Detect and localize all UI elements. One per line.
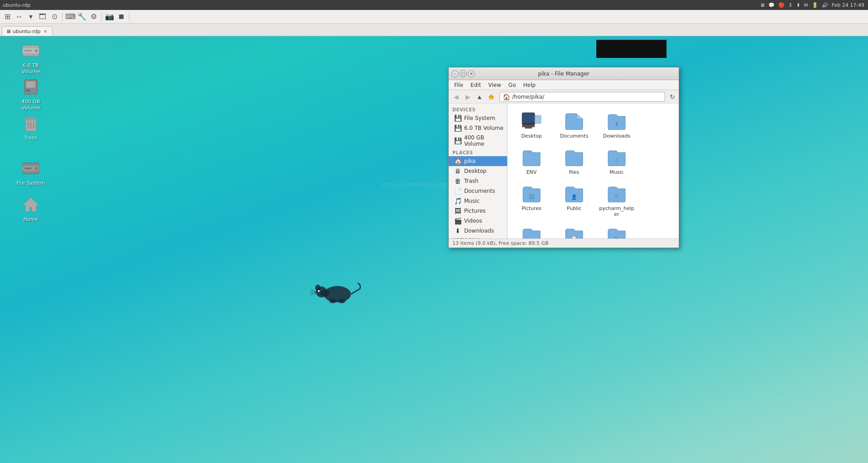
fm-close-btn[interactable]: ✕ [468,70,475,77]
tab-bar: 🖥 ubuntu-rdp ✕ [0,24,868,36]
file-item-env[interactable]: ENV [511,143,552,178]
toolbar-btn-tool[interactable]: 🔧 [77,11,87,22]
toolbar-btn-dropdown[interactable]: ▾ [25,11,36,22]
toolbar-sep-2 [101,12,102,21]
fm-menu-go[interactable]: Go [505,81,520,89]
tray-icon-6[interactable]: ✉ [803,2,809,8]
svg-rect-16 [24,167,32,169]
fm-menu-help[interactable]: Help [519,81,539,89]
desktop-icon-trash[interactable]: Trash [13,112,49,141]
toolbar-btn-gear[interactable]: ⚙ [88,11,99,22]
fm-maximize-btn[interactable]: □ [460,70,467,77]
sidebar-item-filesystem[interactable]: 💾 File System [449,113,507,123]
file-icon-pycharm: ⚙ [606,182,628,204]
file-item-sysreinstall[interactable]: SysReinstall [511,222,552,239]
file-item-pictures[interactable]: 🖼 Pictures [511,180,552,220]
home-icon [20,194,42,215]
fm-sidebar: DEVICES 💾 File System 💾 6.0 TB Volume 💾 … [449,104,508,239]
sidebar-item-pictures[interactable]: 🖼 Pictures [449,206,507,216]
file-item-videos[interactable]: ▶ Videos [596,222,637,239]
sidebar-item-desktop[interactable]: 🖥 Desktop [449,166,507,176]
file-item-pycharm[interactable]: ⚙ pycharm_helper [596,180,637,220]
toolbar-btn-3[interactable]: 🗔 [37,11,48,22]
tray-icon-2[interactable]: 💬 [767,2,776,8]
tab-icon: 🖥 [6,29,11,34]
file-item-desktop[interactable]: Desktop [511,107,552,142]
toolbar-btn-2[interactable]: ↔ [14,11,24,22]
fm-up-btn[interactable]: ▲ [474,91,485,102]
sidebar-downloads-icon: ⬇ [454,227,461,234]
tray-icon-battery[interactable]: 🔋 [811,2,819,8]
desktop-icon-400gb[interactable]: 400 GBVolume [13,76,49,112]
fm-menu-edit[interactable]: Edit [467,81,484,89]
fm-forward-btn[interactable]: ▶ [462,91,473,102]
toolbar-btn-keyboard[interactable]: ⌨ [65,11,76,22]
sidebar-item-downloads[interactable]: ⬇ Downloads [449,226,507,236]
toolbar-btn-4[interactable]: ⊙ [49,11,60,22]
fm-statusbar: 13 items (9.0 kB), Free space: 89.5 GB [449,239,679,248]
sidebar-item-music[interactable]: 🎵 Music [449,196,507,206]
fm-menu-file[interactable]: File [451,81,467,89]
disk-6tb-label: 6.0 TBVolume [22,62,40,76]
tab-close-btn[interactable]: ✕ [42,28,48,34]
file-name-downloads: Downloads [603,133,630,139]
sidebar-item-400gb[interactable]: 💾 400 GB Volume [449,133,507,148]
svg-text:▶: ▶ [615,235,619,239]
sidebar-item-6tb[interactable]: 💾 6.0 TB Volume [449,123,507,133]
sidebar-item-trash[interactable]: 🗑 Trash [449,176,507,186]
topbar-right: 🖥 💬 🔴 ↕ ⬆ ✉ 🔋 🔊 Feb 24 17:49 [759,2,865,8]
file-item-music[interactable]: ♪ Music [596,143,637,178]
svg-point-21 [315,285,321,291]
file-item-templates[interactable]: 📋 Templates [554,222,595,239]
desktop-icon-filesystem[interactable]: File System [13,158,49,186]
file-name-public: Public [567,205,582,211]
sidebar-item-documents[interactable]: 📄 Documents [449,186,507,196]
fm-status-text: 13 items (9.0 kB), Free space: 89.5 GB [452,240,548,246]
svg-rect-31 [523,114,534,123]
toolbar-btn-stop[interactable]: ⏹ [116,11,127,22]
sidebar-item-pika[interactable]: 🏠 pika [449,156,507,166]
tray-icon-5[interactable]: ⬆ [795,2,801,8]
svg-rect-3 [24,50,32,52]
svg-point-2 [35,49,38,52]
svg-marker-17 [23,197,39,212]
file-item-public[interactable]: 👤 Public [554,180,595,220]
home-label: Home [24,216,38,223]
fm-addressbar[interactable]: 🏠 /home/pika/ [499,92,665,102]
sidebar-400gb-icon: 💾 [454,137,461,144]
toolbar-btn-screenshot[interactable]: 📷 [104,11,115,22]
file-item-downloads[interactable]: ⬇ Downloads [596,107,637,142]
sidebar-documents-icon: 📄 [454,187,461,195]
tray-icon-volume[interactable]: 🔊 [821,2,829,8]
fm-address-text: /home/pika/ [512,94,544,100]
tab-ubuntu-rdp[interactable]: 🖥 ubuntu-rdp ✕ [2,26,53,36]
sidebar-item-videos[interactable]: 🎬 Videos [449,216,507,226]
fm-titlebar: – □ ✕ pika - File Manager [449,67,679,80]
filesystem-icon [20,158,42,179]
svg-point-27 [329,299,336,303]
tray-icon-3[interactable]: 🔴 [777,2,786,8]
sidebar-desktop-label: Desktop [464,168,487,174]
toolbar-btn-1[interactable]: ⊞ [2,11,13,22]
desktop-icon-6tb[interactable]: 6.0 TBVolume [13,40,49,76]
fm-menu-view[interactable]: View [484,81,504,89]
file-item-files[interactable]: files [554,143,595,178]
svg-text:⚙: ⚙ [615,194,619,199]
fm-home-nav-btn[interactable] [486,91,497,102]
svg-rect-5 [26,81,35,88]
svg-rect-32 [522,125,535,127]
fm-toolbar: ◀ ▶ ▲ 🏠 /home/pika/ ↻ [449,90,679,104]
svg-text:📋: 📋 [571,235,577,239]
svg-rect-8 [24,119,38,120]
fm-minimize-btn[interactable]: – [451,70,459,77]
fm-back-btn[interactable]: ◀ [451,91,461,102]
file-item-documents[interactable]: Documents [554,107,595,142]
tray-icon-1[interactable]: 🖥 [759,2,766,8]
desktop-icon-home[interactable]: Home [13,194,49,223]
tray-icon-4[interactable]: ↕ [787,2,793,8]
svg-rect-9 [28,117,34,119]
sidebar-music-icon: 🎵 [454,197,461,205]
fm-reload-btn[interactable]: ↻ [668,92,677,101]
mouse-graphic [308,272,362,308]
sidebar-videos-icon: 🎬 [454,217,461,224]
